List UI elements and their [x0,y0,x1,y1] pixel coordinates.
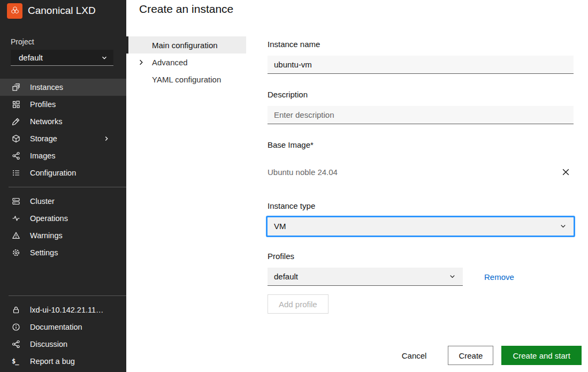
subnav-advanced[interactable]: Advanced [126,54,246,71]
create-instance-form: Instance name Description Base Image* Ub… [268,40,574,314]
sidebar-item-label: Instances [30,83,63,92]
instance-name-label: Instance name [268,40,574,49]
share-icon [12,340,20,348]
sidebar-item-cluster[interactable]: Cluster [0,193,126,210]
subnav-item-label: YAML configuration [152,75,221,84]
sidebar-item-label: Discussion [30,340,67,348]
sidebar-divider [9,295,126,296]
chevron-right-icon[interactable] [103,135,110,142]
subnav-item-label: Main configuration [152,41,218,50]
project-section: Project default [0,37,126,66]
sidebar-item-settings[interactable]: Settings [0,244,126,261]
create-and-start-button[interactable]: Create and start [501,346,582,365]
sidebar-item-storage[interactable]: Storage [0,130,126,147]
description-input[interactable] [268,106,574,124]
profile-select-value: default [274,272,298,281]
operations-icon [12,214,20,223]
add-profile-button[interactable]: Add profile [268,294,329,314]
sidebar-item-documentation[interactable]: Documentation [0,318,126,336]
cancel-button[interactable]: Cancel [388,346,440,365]
gear-icon [12,248,20,257]
instance-type-label: Instance type [268,201,574,211]
base-image-row: Ubuntu noble 24.04 [268,156,574,188]
sidebar-item-profiles[interactable]: Profiles [0,96,126,113]
sidebar-item-discussion[interactable]: Discussion [0,336,126,353]
clear-base-image-button[interactable] [558,165,574,179]
sidebar-footer: lxd-ui-10.142.21.11… Documentation Discu… [0,290,126,372]
app-title: Canonical LXD [28,5,96,17]
description-label: Description [268,90,574,100]
sidebar-item-label: Cluster [30,197,55,206]
project-select[interactable]: default [11,50,113,66]
description-field-group: Description [268,90,574,124]
sidebar-item-label: Warnings [30,231,63,240]
instance-name-field-group: Instance name [268,40,574,74]
subnav-main-configuration[interactable]: Main configuration [126,36,246,54]
images-icon [12,151,20,160]
sidebar-item-label: Networks [30,117,62,126]
sidebar-item-images[interactable]: Images [0,147,126,164]
lxd-logo-icon [7,3,22,19]
sidebar-item-configuration[interactable]: Configuration [0,164,126,181]
base-image-label: Base Image* [268,140,574,150]
sidebar-item-label: Report a bug [30,357,75,366]
close-icon [561,168,570,177]
instance-type-value: VM [274,222,286,231]
main-panel: Create an instance Main configuration Ad… [126,0,588,372]
sidebar-item-label: Configuration [30,169,76,177]
base-image-field-group: Base Image* Ubuntu noble 24.04 [268,140,574,188]
project-label: Project [11,37,113,46]
instance-type-select[interactable]: VM [268,217,574,236]
configuration-icon [12,169,20,177]
warning-icon [12,231,20,240]
subnav-yaml-configuration[interactable]: YAML configuration [126,71,246,88]
sidebar-nav: Instances Profiles Networks Storage [0,79,126,372]
profiles-row: default Remove [268,268,574,286]
sidebar-divider [9,187,126,187]
app-logo[interactable]: Canonical LXD [0,0,126,21]
profiles-field-group: Profiles default Remove Add profile [268,252,574,314]
instances-icon [12,83,20,92]
form-subnav: Main configuration Advanced YAML configu… [126,36,246,88]
form-footer: Cancel Create Create and start [388,346,582,365]
profiles-label: Profiles [268,252,574,261]
sidebar-item-label: Profiles [30,100,56,109]
remove-profile-button[interactable]: Remove [484,272,514,282]
profile-select[interactable]: default [268,268,463,286]
networks-icon [12,117,20,126]
sidebar-item-label: Images [30,151,56,160]
chevron-down-icon [101,54,108,62]
lxd-app: Canonical LXD Project default Instances [0,0,588,372]
sidebar-item-server-url[interactable]: lxd-ui-10.142.21.11… [0,301,126,318]
create-button[interactable]: Create [448,346,493,365]
sidebar-item-label: lxd-ui-10.142.21.11… [30,306,104,314]
base-image-value: Ubuntu noble 24.04 [268,168,338,177]
sidebar-item-report-bug[interactable]: $_ Report a bug [0,353,126,370]
chevron-right-icon [137,58,145,66]
sidebar-item-instances[interactable]: Instances [0,79,126,96]
sidebar-item-label: Operations [30,214,68,223]
sidebar: Canonical LXD Project default Instances [0,0,126,372]
instance-name-input[interactable] [268,56,574,74]
information-icon [12,323,20,331]
sidebar-item-operations[interactable]: Operations [0,210,126,227]
sidebar-item-warnings[interactable]: Warnings [0,227,126,244]
subnav-item-label: Advanced [152,58,188,67]
project-select-value: default [19,53,43,62]
instance-type-field-group: Instance type VM [268,201,574,236]
chevron-down-icon [448,272,456,280]
sidebar-item-label: Storage [30,134,57,143]
sidebar-item-label: Settings [30,248,58,257]
profiles-icon [12,100,20,109]
chevron-down-icon [559,222,567,230]
terminal-icon: $_ [12,358,20,365]
cluster-icon [12,197,20,206]
storage-icon [12,134,20,143]
sidebar-item-label: Documentation [30,323,82,331]
lock-icon [12,306,20,314]
page-title: Create an instance [139,0,233,18]
sidebar-item-networks[interactable]: Networks [0,113,126,130]
